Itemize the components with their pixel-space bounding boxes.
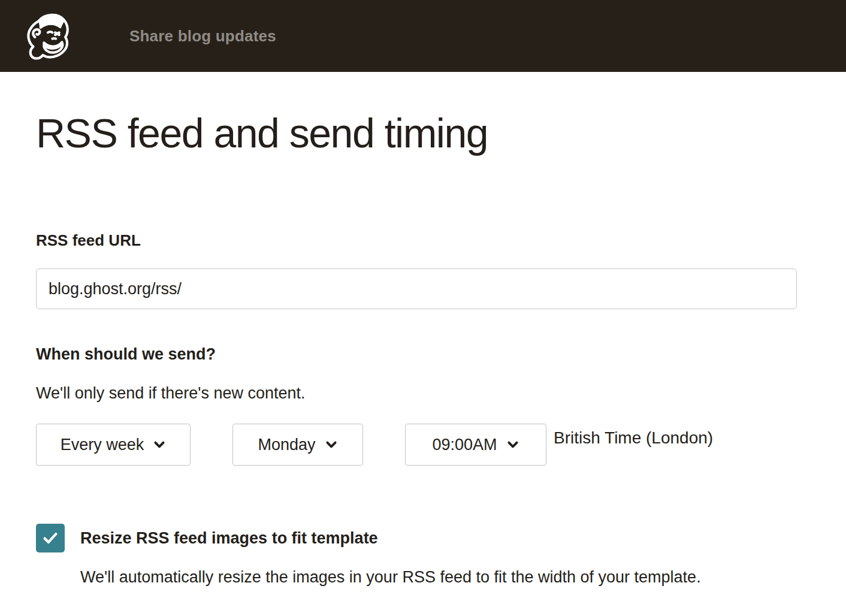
- send-timing-heading: When should we send?: [36, 344, 810, 365]
- time-value: 09:00AM: [432, 436, 497, 454]
- send-timing-controls: Every week Monday 09:00AM British Time (…: [36, 424, 810, 466]
- time-dropdown[interactable]: 09:00AM: [405, 424, 546, 466]
- chevron-down-icon: [506, 438, 519, 451]
- mailchimp-freddie-icon: [19, 8, 75, 64]
- day-dropdown[interactable]: Monday: [232, 424, 363, 466]
- timezone-label: British Time (London): [554, 428, 713, 448]
- chevron-down-icon: [325, 438, 338, 451]
- resize-option-row: Resize RSS feed images to fit template: [36, 524, 810, 552]
- rss-url-input[interactable]: [36, 268, 797, 309]
- app-header: Share blog updates: [0, 0, 846, 72]
- check-icon: [41, 529, 59, 547]
- chevron-down-icon: [153, 438, 166, 451]
- page-title: RSS feed and send timing: [36, 108, 810, 159]
- resize-checkbox[interactable]: [36, 524, 65, 552]
- campaign-title: Share blog updates: [129, 27, 276, 46]
- send-timing-note: We'll only send if there's new content.: [36, 383, 810, 403]
- rss-url-label: RSS feed URL: [36, 231, 810, 250]
- main-content: RSS feed and send timing RSS feed URL Wh…: [0, 108, 846, 587]
- day-value: Monday: [258, 436, 315, 454]
- frequency-dropdown[interactable]: Every week: [36, 424, 191, 466]
- resize-option-description: We'll automatically resize the images in…: [80, 567, 810, 587]
- resize-checkbox-label[interactable]: Resize RSS feed images to fit template: [80, 529, 378, 548]
- frequency-value: Every week: [61, 436, 144, 454]
